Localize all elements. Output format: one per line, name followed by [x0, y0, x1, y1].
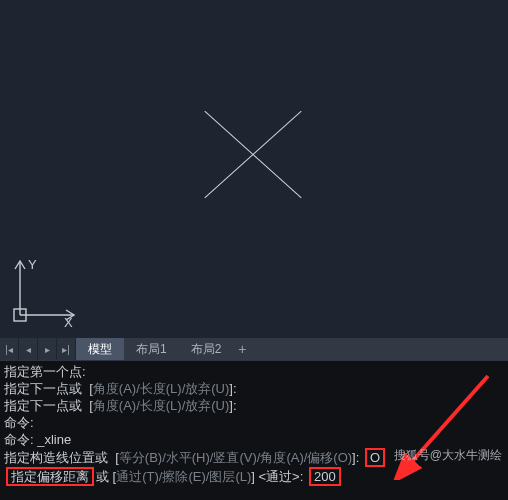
cmd-history-line: 指定第一个点:	[4, 363, 504, 380]
cmd-history-line: 指定下一点或 [角度(A)/长度(L)/放弃(U)]:	[4, 380, 504, 397]
tab-add[interactable]: +	[233, 338, 251, 360]
highlight-offset-option: O	[365, 448, 385, 467]
ucs-icon: Y X	[6, 253, 84, 334]
tab-layout1[interactable]: 布局1	[124, 338, 179, 360]
cmd-history-line: 指定下一点或 [角度(A)/长度(L)/放弃(U)]:	[4, 397, 504, 414]
command-window[interactable]: 指定第一个点: 指定下一点或 [角度(A)/长度(L)/放弃(U)]: 指定下一…	[0, 360, 508, 500]
tab-nav-next[interactable]: ▸	[38, 338, 57, 360]
tab-nav-prev[interactable]: ◂	[19, 338, 38, 360]
tab-model[interactable]: 模型	[76, 338, 124, 360]
cmd-history-line: 命令: _xline	[4, 431, 504, 448]
axis-y-label: Y	[28, 257, 37, 272]
layout-tab-strip: |◂ ◂ ▸ ▸| 模型 布局1 布局2 +	[0, 338, 508, 360]
cmd-input-line[interactable]: 指定偏移距离或 [通过(T)/擦除(E)/图层(L)] <通过>: 200	[4, 467, 504, 486]
tab-nav-buttons: |◂ ◂ ▸ ▸|	[0, 338, 76, 360]
drawing-canvas[interactable]: Y X |◂ ◂ ▸ ▸| 模型 布局1 布局2 +	[0, 0, 508, 360]
axis-x-label: X	[64, 315, 73, 330]
highlight-offset-prompt: 指定偏移距离	[6, 467, 94, 486]
watermark: 搜狐号@大水牛测绘	[394, 447, 502, 464]
tab-layout2[interactable]: 布局2	[179, 338, 234, 360]
tab-nav-first[interactable]: |◂	[0, 338, 19, 360]
cmd-history-line: 命令:	[4, 414, 504, 431]
highlight-offset-value: 200	[309, 467, 341, 486]
tab-nav-last[interactable]: ▸|	[57, 338, 76, 360]
